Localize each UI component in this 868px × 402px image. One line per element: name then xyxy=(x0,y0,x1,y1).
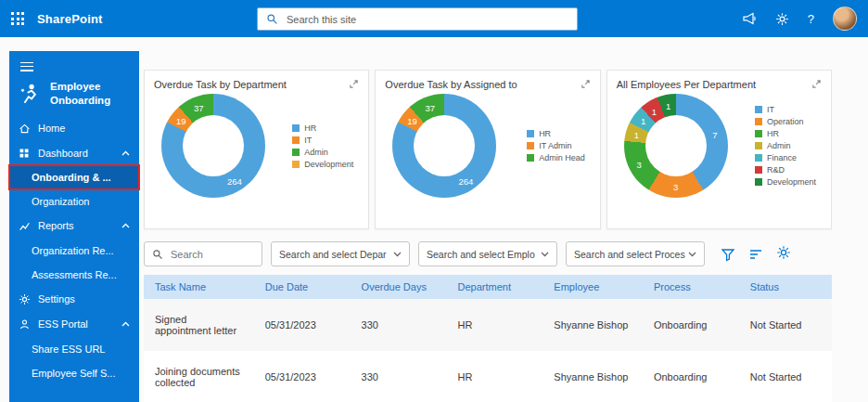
donut-chart: 2641937 xyxy=(392,94,496,198)
employee-filter-dropdown[interactable]: Search and select Emplo xyxy=(418,241,557,266)
legend-swatch xyxy=(292,161,300,168)
ess-icon xyxy=(19,318,31,331)
dropdown-label: Search and select Emplo xyxy=(427,249,535,260)
legend-swatch xyxy=(755,106,762,113)
slice-value-label: 37 xyxy=(194,102,204,112)
legend-swatch xyxy=(527,154,534,162)
site-search[interactable] xyxy=(257,7,578,31)
sidebar-item-reports[interactable]: Reports xyxy=(9,214,139,239)
legend-swatch xyxy=(755,130,762,137)
sidebar-nav: HomeDashboardOnboarding & ...Organizatio… xyxy=(9,116,139,385)
legend-item: IT Admin xyxy=(527,141,585,150)
slice-value-label: 1 xyxy=(666,100,670,110)
table-header: Task NameDue DateOverdue DaysDepartmentE… xyxy=(144,275,832,299)
sidebar-item-dashboard[interactable]: Dashboard xyxy=(9,141,139,165)
column-header-task-name[interactable]: Task Name xyxy=(144,275,254,299)
legend-item: Admin Head xyxy=(527,153,585,162)
legend-label: Admin Head xyxy=(539,153,585,162)
slice-value-label: 19 xyxy=(176,116,186,126)
dropdown-label: Search and select Proces xyxy=(574,249,685,260)
sidebar-item-organization-re[interactable]: Organization Re... xyxy=(9,239,139,263)
settings-icon xyxy=(19,293,31,305)
column-header-department[interactable]: Department xyxy=(446,275,542,299)
table-body: Signed appointment letter05/31/2023330HR… xyxy=(144,299,832,402)
expand-icon[interactable] xyxy=(581,79,591,89)
filter-icon[interactable] xyxy=(721,247,735,262)
slice-value-label: 264 xyxy=(227,175,242,186)
expand-icon[interactable] xyxy=(349,79,359,89)
dropdown-label: Search and select Depar xyxy=(279,249,387,260)
sidebar-item-label: Employee Self S... xyxy=(32,368,116,379)
legend-label: R&D xyxy=(767,165,785,175)
chevron-down-icon xyxy=(688,252,696,257)
sidebar-item-share-ess-url[interactable]: Share ESS URL xyxy=(9,337,139,361)
slice-value-label: 1 xyxy=(634,129,639,139)
help-icon[interactable]: ? xyxy=(808,12,814,26)
chart-title: Overdue Task by Department xyxy=(154,79,287,90)
table-row[interactable]: Joining documents collected05/31/2023330… xyxy=(144,351,832,402)
legend-swatch xyxy=(755,142,762,149)
slice-value-label: 37 xyxy=(425,102,435,112)
table-row[interactable]: Signed appointment letter05/31/2023330HR… xyxy=(144,299,832,351)
table-cell: Onboarding xyxy=(643,365,739,389)
legend-item: HR xyxy=(292,123,353,133)
chart-title: All Employees Per Department xyxy=(617,79,756,90)
sidebar-item-employee-self-s[interactable]: Employee Self S... xyxy=(9,361,139,385)
sidebar-item-onboarding[interactable]: Onboarding & ... xyxy=(9,165,139,189)
site-search-input[interactable] xyxy=(285,13,568,26)
hamburger-icon[interactable] xyxy=(9,51,139,77)
sidebar-item-assessments-re[interactable]: Assessments Re... xyxy=(9,263,139,287)
legend-label: Admin xyxy=(304,148,328,157)
process-filter-dropdown[interactable]: Search and select Proces xyxy=(566,241,705,266)
chevron-up-icon xyxy=(121,223,130,228)
table-cell: Not Started xyxy=(739,365,832,389)
column-header-status[interactable]: Status xyxy=(739,275,832,299)
column-header-overdue-days[interactable]: Overdue Days xyxy=(351,275,447,299)
legend-label: HR xyxy=(539,129,551,138)
app-launcher-icon[interactable] xyxy=(11,12,24,25)
dashboard-icon xyxy=(19,148,31,159)
legend-label: IT xyxy=(767,105,774,114)
table-cell: Onboarding xyxy=(643,313,739,337)
legend-label: IT xyxy=(304,136,312,145)
chevron-down-icon xyxy=(541,252,549,257)
slice-value-label: 3 xyxy=(637,159,642,169)
legend-swatch xyxy=(292,149,300,156)
table-cell: Not Started xyxy=(739,313,832,337)
expand-icon[interactable] xyxy=(811,79,822,89)
brand[interactable]: SharePoint xyxy=(37,12,103,26)
department-filter-dropdown[interactable]: Search and select Depar xyxy=(271,241,410,266)
gear-icon[interactable] xyxy=(776,245,791,263)
sidebar-item-label: Settings xyxy=(38,293,75,305)
sidebar-item-ess-portal[interactable]: ESS Portal xyxy=(9,312,139,337)
legend-swatch xyxy=(292,124,300,132)
legend-label: Admin xyxy=(767,141,791,150)
table-search[interactable] xyxy=(144,241,262,266)
legend-swatch xyxy=(755,154,762,162)
sidebar-item-label: Onboarding & ... xyxy=(32,172,111,183)
legend-item: Admin xyxy=(755,141,816,150)
column-header-due-date[interactable]: Due Date xyxy=(254,275,351,299)
table-cell: HR xyxy=(446,365,542,389)
sidebar-item-settings[interactable]: Settings xyxy=(9,287,139,312)
sidebar-item-organization[interactable]: Organization xyxy=(9,189,139,214)
sidebar-item-home[interactable]: Home xyxy=(9,116,139,141)
reports-icon xyxy=(19,220,31,232)
table-cell: Signed appointment letter xyxy=(144,307,254,343)
legend-label: HR xyxy=(767,129,779,138)
legend-item: Finance xyxy=(755,153,816,162)
sort-lines-icon[interactable] xyxy=(748,248,763,261)
legend-label: Finance xyxy=(767,153,797,162)
chevron-up-icon xyxy=(121,321,130,327)
avatar[interactable] xyxy=(833,6,857,31)
megaphone-icon[interactable] xyxy=(742,11,757,26)
table-search-input[interactable] xyxy=(169,248,254,261)
onboarding-logo-icon xyxy=(19,82,43,106)
table-cell: 330 xyxy=(351,365,447,389)
column-header-employee[interactable]: Employee xyxy=(542,275,643,299)
legend-item: R&D xyxy=(755,165,816,175)
legend-swatch xyxy=(755,166,762,174)
gear-icon[interactable] xyxy=(775,12,789,26)
column-header-process[interactable]: Process xyxy=(643,275,739,299)
slice-value-label: 19 xyxy=(407,116,417,126)
